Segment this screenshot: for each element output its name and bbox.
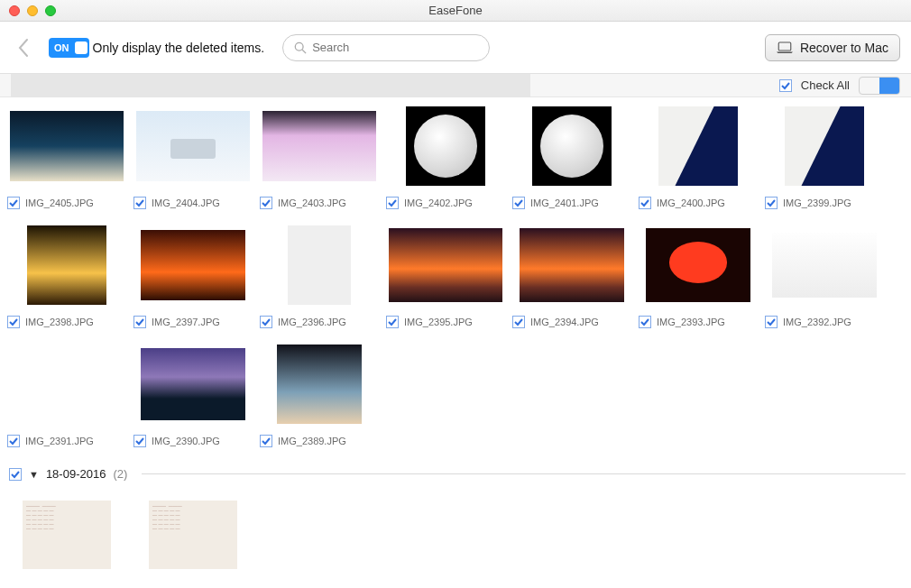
item-checkbox[interactable] <box>639 316 651 328</box>
file-row: IMG_2391.JPG <box>4 429 94 447</box>
checkmark-icon <box>11 470 20 479</box>
item-checkbox[interactable] <box>133 197 146 209</box>
file-row: IMG_2392.JPG <box>761 310 851 328</box>
thumbnail[interactable] <box>256 339 382 429</box>
photo-item[interactable]: IMG_2404.JPG <box>130 101 256 209</box>
photo-item[interactable]: IMG_2403.JPG <box>256 101 382 209</box>
thumbnail[interactable] <box>761 101 888 191</box>
item-checkbox[interactable] <box>386 197 399 209</box>
photo-item[interactable]: IMG_2395.JPG <box>382 220 509 328</box>
checkmark-icon <box>9 436 18 446</box>
item-checkbox[interactable] <box>260 316 272 328</box>
toggle-knob <box>75 41 87 54</box>
thumbnail[interactable] <box>382 101 509 191</box>
file-name: IMG_2397.JPG <box>152 317 220 327</box>
item-checkbox[interactable] <box>133 316 146 328</box>
photo-item[interactable]: IMG_2400.JPG <box>635 101 761 209</box>
photo-item[interactable]: ——— ——— — — — — — — — — — — — — — — — — … <box>4 490 130 580</box>
toolbar: ON Only display the deleted items. Recov… <box>0 22 911 74</box>
thumb-image <box>288 225 351 305</box>
collapse-arrow-icon[interactable]: ▼ <box>29 469 39 480</box>
item-checkbox[interactable] <box>765 316 778 328</box>
recover-to-mac-button[interactable]: Recover to Mac <box>765 34 900 61</box>
photo-item[interactable]: IMG_2394.JPG <box>509 220 635 328</box>
photo-item[interactable]: IMG_2392.JPG <box>761 220 888 328</box>
thumbnail[interactable] <box>130 339 256 429</box>
thumb-image <box>389 228 502 302</box>
file-name: IMG_2392.JPG <box>783 317 851 327</box>
photo-item[interactable]: IMG_2398.JPG <box>4 220 130 328</box>
checkmark-icon <box>767 198 776 207</box>
thumbnail[interactable]: ——— ——— — — — — — — — — — — — — — — — — … <box>4 490 130 580</box>
thumbnail[interactable] <box>130 101 256 191</box>
thumbnail[interactable] <box>509 101 635 191</box>
thumb-image <box>141 230 245 300</box>
mac-icon <box>777 41 793 54</box>
item-checkbox[interactable] <box>7 197 20 209</box>
thumbnail[interactable] <box>256 101 382 191</box>
view-list-button[interactable] <box>860 78 879 94</box>
file-row: IMG_2401.JPG <box>509 191 599 209</box>
file-row: IMG_2404.JPG <box>130 191 220 209</box>
item-checkbox[interactable] <box>765 197 778 209</box>
thumbnail[interactable] <box>635 101 761 191</box>
file-name: IMG_2400.JPG <box>657 198 725 208</box>
search-input[interactable] <box>312 41 478 54</box>
photo-item[interactable]: IMG_2405.JPG <box>4 101 130 209</box>
photo-item[interactable]: IMG_2402.JPG <box>382 101 509 209</box>
group-checkbox[interactable] <box>9 468 22 481</box>
thumbnail[interactable] <box>382 220 509 310</box>
thumbnail[interactable] <box>509 220 635 310</box>
deleted-only-toggle[interactable]: ON <box>49 38 89 58</box>
file-row: IMG_2402.JPG <box>382 191 473 209</box>
item-checkbox[interactable] <box>260 197 272 209</box>
thumbnail[interactable] <box>256 220 382 310</box>
checkmark-icon <box>640 198 649 207</box>
thumbnail[interactable] <box>4 339 130 429</box>
photo-item[interactable]: IMG_2399.JPG <box>761 101 888 209</box>
photo-item[interactable]: IMG_2391.JPG <box>4 339 130 447</box>
check-all-checkbox[interactable] <box>779 79 792 92</box>
checkmark-icon <box>514 317 523 326</box>
item-checkbox[interactable] <box>386 316 399 328</box>
view-grid-button[interactable] <box>879 78 899 94</box>
file-row: IMG_2405.JPG <box>4 191 94 209</box>
checkmark-icon <box>640 317 649 326</box>
photo-item[interactable]: ——— ——— — — — — — — — — — — — — — — — — … <box>130 490 256 580</box>
checkmark-icon <box>135 317 144 326</box>
thumbnail[interactable] <box>635 220 761 310</box>
item-checkbox[interactable] <box>7 435 20 447</box>
tab-1[interactable] <box>11 74 184 97</box>
photo-item[interactable]: IMG_2393.JPG <box>635 220 761 328</box>
photo-item[interactable]: IMG_2389.JPG <box>256 339 382 447</box>
item-checkbox[interactable] <box>133 435 146 447</box>
item-checkbox[interactable] <box>639 197 651 209</box>
photo-item[interactable]: IMG_2397.JPG <box>130 220 256 328</box>
photo-item[interactable]: IMG_2401.JPG <box>509 101 635 209</box>
thumbnail[interactable]: ——— ——— — — — — — — — — — — — — — — — — … <box>130 490 256 580</box>
content-scroll[interactable]: IMG_2405.JPGIMG_2404.JPGIMG_2403.JPGIMG_… <box>0 97 911 588</box>
group-count: (2) <box>113 467 127 481</box>
search-field[interactable] <box>282 34 490 61</box>
svg-point-0 <box>295 42 303 51</box>
window-title: EaseFone <box>0 4 911 17</box>
photo-item[interactable]: IMG_2396.JPG <box>256 220 382 328</box>
item-checkbox[interactable] <box>260 435 272 447</box>
thumbnail[interactable] <box>4 101 130 191</box>
thumb-image <box>262 111 376 181</box>
file-name: IMG_2405.JPG <box>25 198 94 208</box>
thumb-image: ——— ——— — — — — — — — — — — — — — — — — … <box>149 501 237 569</box>
back-button[interactable] <box>11 35 36 60</box>
thumbnail[interactable] <box>761 220 888 310</box>
item-checkbox[interactable] <box>512 316 525 328</box>
thumbnail[interactable] <box>4 220 130 310</box>
item-checkbox[interactable] <box>512 197 525 209</box>
file-name: IMG_2396.JPG <box>278 317 346 327</box>
item-checkbox[interactable] <box>7 316 20 328</box>
file-row: IMG_2393.JPG <box>635 310 725 328</box>
photo-item[interactable]: IMG_2390.JPG <box>130 339 256 447</box>
thumbnail[interactable] <box>130 220 256 310</box>
tab-3[interactable] <box>357 74 530 97</box>
file-row: IMG_2390.JPG <box>130 429 220 447</box>
tab-2[interactable] <box>184 74 357 97</box>
